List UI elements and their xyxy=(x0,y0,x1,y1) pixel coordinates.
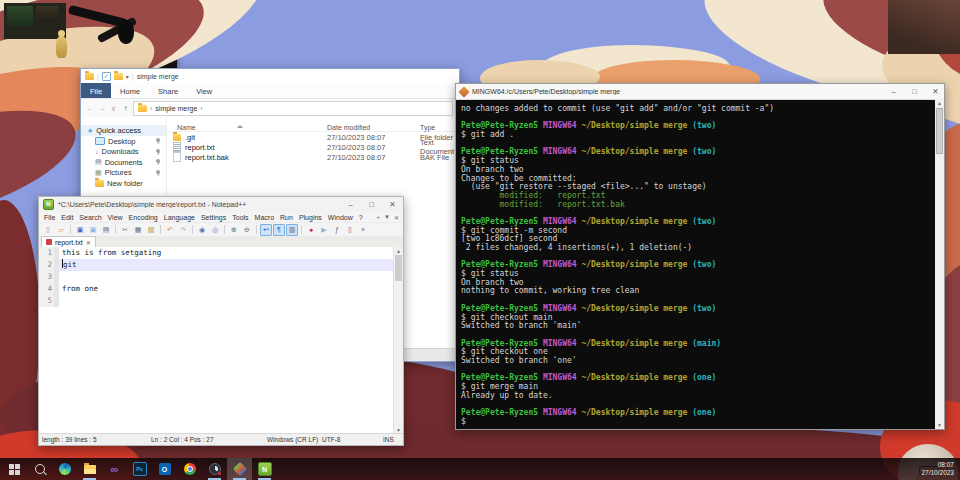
sidebar-quick-access[interactable]: ★ Quick access xyxy=(81,125,166,136)
taskbar-chrome-button[interactable] xyxy=(177,458,202,480)
column-header-name[interactable]: Name xyxy=(167,124,327,131)
ribbon-tab-share[interactable]: Share xyxy=(149,83,187,98)
undo-icon[interactable]: ↶ xyxy=(164,224,176,236)
menu-item-language[interactable]: Language xyxy=(161,214,198,221)
tab-close-icon[interactable]: ✕ xyxy=(86,239,91,246)
new-file-icon[interactable]: ▯ xyxy=(42,224,54,236)
replace-icon[interactable]: ◎ xyxy=(209,224,221,236)
editor-line[interactable]: 3 xyxy=(39,271,394,283)
macro-record-icon[interactable]: ● xyxy=(305,224,317,236)
terminal-scrollbar[interactable]: ▲ ▼ xyxy=(935,99,944,429)
save-icon[interactable]: ▣ xyxy=(74,224,86,236)
table-row[interactable]: .git27/10/2023 08:07File folder xyxy=(167,132,459,142)
minimize-button[interactable]: – xyxy=(885,87,902,96)
up-button[interactable]: ↑ xyxy=(121,104,130,113)
history-dropdown-icon[interactable]: ∨ xyxy=(109,104,118,113)
taskbar-search-button[interactable] xyxy=(27,458,52,480)
zoom-out-icon[interactable]: ⊖ xyxy=(241,224,253,236)
menu-item-file[interactable]: File xyxy=(41,214,58,221)
maximize-button[interactable]: □ xyxy=(906,87,923,96)
taskbar-outlook-button[interactable]: O xyxy=(152,458,177,480)
menu-item-view[interactable]: View xyxy=(105,214,126,221)
taskbar-notepad-plus-plus-button[interactable]: N xyxy=(252,458,277,480)
show-all-chars-icon[interactable]: ¶ xyxy=(273,224,285,236)
word-wrap-icon[interactable]: ↩ xyxy=(260,224,272,236)
doc-map-icon[interactable]: ▯ xyxy=(344,224,356,236)
terminal-body[interactable]: no changes added to commit (use "git add… xyxy=(456,99,935,429)
forward-button[interactable]: → xyxy=(97,104,106,113)
editor-line[interactable]: 2git xyxy=(39,259,394,271)
editor-area[interactable]: 1this is from setgating2git34from one5 xyxy=(39,247,394,434)
zoom-in-icon[interactable]: ⊕ xyxy=(228,224,240,236)
address-bar[interactable]: › simple merge › xyxy=(133,101,453,116)
menu-item-macro[interactable]: Macro xyxy=(252,214,277,221)
taskbar-explorer-button[interactable] xyxy=(77,458,102,480)
tab-list-icon[interactable]: ▼ xyxy=(384,214,390,221)
close-tab-icon[interactable]: ✕ xyxy=(394,214,399,221)
sidebar-item-downloads[interactable]: ↓Downloads xyxy=(81,147,166,158)
function-list-icon[interactable]: ƒ xyxy=(331,224,343,236)
paste-icon[interactable]: ▧ xyxy=(145,224,157,236)
cut-icon[interactable]: ✂ xyxy=(119,224,131,236)
taskbar-start-button[interactable] xyxy=(2,458,27,480)
menu-item-tools[interactable]: Tools xyxy=(229,214,251,221)
scroll-down-icon[interactable]: ▼ xyxy=(935,422,944,428)
minimize-button[interactable]: – xyxy=(342,200,359,209)
menu-item-run[interactable]: Run xyxy=(277,214,296,221)
scrollbar-thumb[interactable] xyxy=(936,108,943,154)
print-icon[interactable]: ▤ xyxy=(100,224,112,236)
menu-item-plugins[interactable]: Plugins xyxy=(296,214,325,221)
taskbar-git-bash-button[interactable] xyxy=(227,458,252,480)
open-icon[interactable]: ▱ xyxy=(55,224,67,236)
taskbar-edge-button[interactable] xyxy=(52,458,77,480)
ribbon-tab-view[interactable]: View xyxy=(187,83,221,98)
terminal-titlebar[interactable]: MINGW64:/c/Users/Pete/Desktop/simple mer… xyxy=(456,84,944,100)
menu-item-window[interactable]: Window xyxy=(325,214,356,221)
scroll-up-icon[interactable]: ▲ xyxy=(394,248,403,254)
editor-line[interactable]: 1this is from setgating xyxy=(39,247,394,259)
maximize-button[interactable]: □ xyxy=(363,200,380,209)
ribbon-tab-home[interactable]: Home xyxy=(111,83,149,98)
back-button[interactable]: ← xyxy=(85,104,94,113)
close-button[interactable]: ✕ xyxy=(927,87,944,96)
overflow-icon[interactable]: » xyxy=(357,224,369,236)
copy-icon[interactable]: ▦ xyxy=(132,224,144,236)
table-row[interactable]: report.txt27/10/2023 08:07Text Document xyxy=(167,142,459,152)
breadcrumb[interactable]: simple merge xyxy=(155,105,197,112)
sidebar-item-pictures[interactable]: ▦Pictures xyxy=(81,168,166,179)
menu-item-encoding[interactable]: Encoding xyxy=(126,214,161,221)
find-icon[interactable]: ◉ xyxy=(196,224,208,236)
taskbar-photoshop-button[interactable]: Ps xyxy=(127,458,152,480)
menu-item-edit[interactable]: Edit xyxy=(58,214,76,221)
taskbar-obs-button[interactable] xyxy=(202,458,227,480)
ribbon-tab-file[interactable]: File xyxy=(81,83,111,98)
menu-item-[interactable]: ? xyxy=(356,214,366,221)
close-button[interactable]: ✕ xyxy=(384,200,401,209)
tab-report-txt[interactable]: report.txt ✕ xyxy=(41,236,96,247)
scroll-up-icon[interactable]: ▲ xyxy=(935,100,944,106)
redo-icon[interactable]: ↷ xyxy=(177,224,189,236)
menu-item-search[interactable]: Search xyxy=(76,214,104,221)
sidebar-item-new-folder[interactable]: New folder xyxy=(81,178,166,189)
sidebar-item-documents[interactable]: ▤Documents xyxy=(81,157,166,168)
indent-guide-icon[interactable]: ▥ xyxy=(286,224,298,236)
sidebar-item-desktop[interactable]: Desktop xyxy=(81,136,166,147)
quick-access-toolbar-caret-icon[interactable]: ▾ xyxy=(126,73,129,80)
save-all-icon[interactable]: ▣ xyxy=(87,224,99,236)
editor-line[interactable]: 5 xyxy=(39,295,394,307)
editor-scrollbar[interactable]: ▲ ▼ xyxy=(393,247,403,434)
scrollbar-thumb[interactable] xyxy=(395,255,402,281)
taskbar-clock[interactable]: 08:07 27/10/2023 xyxy=(921,461,960,477)
column-header-type[interactable]: Type xyxy=(420,124,459,131)
column-header-date[interactable]: Date modified xyxy=(327,124,420,131)
menu-item-settings[interactable]: Settings xyxy=(198,214,229,221)
editor-line[interactable]: 4from one xyxy=(39,283,394,295)
properties-icon[interactable]: ✓ xyxy=(102,72,111,81)
new-tab-icon[interactable]: + xyxy=(377,214,381,221)
macro-play-icon[interactable]: ▶ xyxy=(318,224,330,236)
new-folder-icon[interactable] xyxy=(114,73,123,80)
explorer-titlebar[interactable]: | ✓ ▾ | simple merge xyxy=(81,69,459,83)
notepad-titlebar[interactable]: N *C:\Users\Pete\Desktop\simple merge\re… xyxy=(39,197,403,212)
table-row[interactable]: report.txt.bak27/10/2023 08:07BAK File xyxy=(167,152,459,162)
taskbar-visual-studio-button[interactable]: ∞ xyxy=(102,458,127,480)
